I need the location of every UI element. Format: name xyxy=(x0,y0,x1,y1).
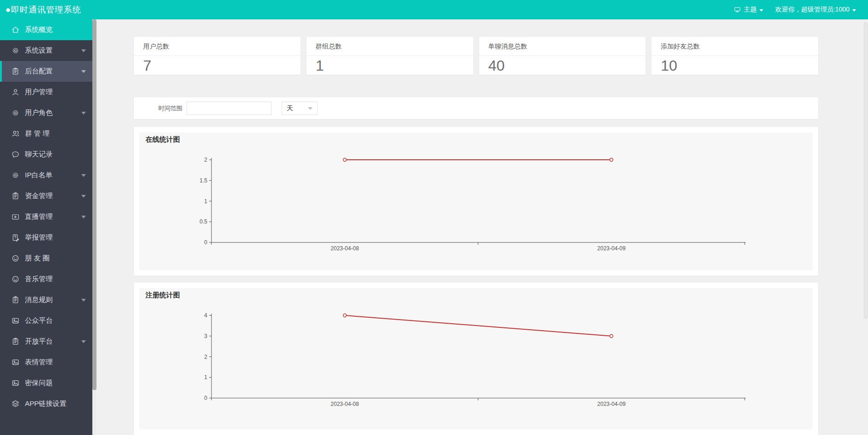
header-right: 主题 欢迎你，超级管理员:1000 xyxy=(734,6,868,14)
gear-icon xyxy=(11,171,20,180)
sidebar-item-label: IP白名单 xyxy=(25,171,52,180)
svg-text:2: 2 xyxy=(204,157,207,163)
svg-text:1: 1 xyxy=(204,198,207,205)
app-title: ●即时通讯管理系统 xyxy=(0,4,81,15)
sidebar-item-8[interactable]: 资金管理 xyxy=(0,186,92,206)
sidebar-item-7[interactable]: IP白名单 xyxy=(0,165,92,186)
sidebar-item-label: 直播管理 xyxy=(25,212,53,221)
layers-icon xyxy=(11,399,20,408)
sidebar-item-label: 系统设置 xyxy=(25,46,53,55)
chevron-down-icon xyxy=(81,112,86,115)
sidebar-item-14[interactable]: 公众平台 xyxy=(0,310,92,331)
chevron-down-icon xyxy=(81,299,86,302)
smiley-icon xyxy=(11,254,20,263)
chat-icon xyxy=(11,150,20,159)
sidebar-item-label: 消息规则 xyxy=(25,296,53,304)
sidebar-item-label: 用户角色 xyxy=(25,109,53,117)
unit-select[interactable]: 天 xyxy=(282,102,318,115)
sidebar-item-9[interactable]: 直播管理 xyxy=(0,206,92,227)
stat-label: 单聊消息总数 xyxy=(479,37,646,56)
sidebar-item-4[interactable]: 用户角色 xyxy=(0,103,92,123)
sidebar-item-10[interactable]: 举报管理 xyxy=(0,227,92,248)
svg-text:2023-04-09: 2023-04-09 xyxy=(597,245,626,252)
sidebar-item-label: 聊天记录 xyxy=(25,150,53,159)
stat-card: 用户总数 7 xyxy=(134,37,301,75)
chevron-down-icon xyxy=(81,216,86,218)
time-range-input[interactable] xyxy=(187,102,271,115)
theme-label: 主题 xyxy=(744,6,757,14)
theme-icon xyxy=(734,6,741,13)
stat-value: 10 xyxy=(651,56,818,74)
report-icon xyxy=(11,233,20,242)
sidebar-item-label: 资金管理 xyxy=(25,192,53,200)
stat-label: 群组总数 xyxy=(307,37,473,56)
sidebar-nav: 系统概览 系统设置 后台配置 用户管理 用户角色 群 管 理 聊天记录 IP白名… xyxy=(0,19,92,414)
time-range-label: 时间范围 xyxy=(158,104,182,113)
stat-label: 用户总数 xyxy=(134,37,301,56)
page-scrollbar-thumb[interactable] xyxy=(864,22,868,319)
svg-text:2023-04-08: 2023-04-08 xyxy=(331,401,359,407)
sidebar-item-label: 群 管 理 xyxy=(25,129,49,138)
sidebar-item-label: 开放平台 xyxy=(25,337,53,346)
svg-text:1.5: 1.5 xyxy=(199,177,207,184)
clipboard-icon xyxy=(11,337,20,346)
svg-text:0.5: 0.5 xyxy=(199,218,207,225)
unit-select-value: 天 xyxy=(287,104,293,113)
sidebar-item-label: 音乐管理 xyxy=(25,275,53,284)
theme-menu[interactable]: 主题 xyxy=(734,6,763,14)
stat-label: 添加好友总数 xyxy=(651,37,818,56)
sidebar-item-5[interactable]: 群 管 理 xyxy=(0,123,92,144)
image-icon xyxy=(11,316,20,325)
online-chart: 在线统计图 00.511.522023-04-082023-04-09 xyxy=(139,133,813,270)
sidebar-item-3[interactable]: 用户管理 xyxy=(0,82,92,103)
sidebar: 系统概览 系统设置 后台配置 用户管理 用户角色 群 管 理 聊天记录 IP白名… xyxy=(0,19,92,435)
sidebar-item-16[interactable]: 表情管理 xyxy=(0,352,92,373)
sidebar-item-18[interactable]: APP链接设置 xyxy=(0,393,92,414)
user-menu[interactable]: 欢迎你，超级管理员:1000 xyxy=(775,6,856,14)
stat-card: 群组总数 1 xyxy=(307,37,473,75)
image-icon xyxy=(11,379,20,387)
sidebar-item-label: 表情管理 xyxy=(25,358,53,367)
users-icon xyxy=(11,129,20,138)
sidebar-item-2[interactable]: 后台配置 xyxy=(0,61,92,82)
chevron-down-icon xyxy=(81,195,86,198)
sidebar-item-label: 后台配置 xyxy=(25,67,53,76)
register-chart: 注册统计图 012342023-04-082023-04-09 xyxy=(139,288,813,429)
svg-text:2023-04-09: 2023-04-09 xyxy=(597,401,626,407)
sidebar-item-13[interactable]: 消息规则 xyxy=(0,290,92,310)
image-icon xyxy=(11,358,20,367)
chevron-down-icon xyxy=(81,174,86,177)
sidebar-item-label: 用户管理 xyxy=(25,88,53,97)
filter-bar: 时间范围 天 xyxy=(134,97,818,119)
chevron-down-icon xyxy=(308,107,313,110)
stat-card: 单聊消息总数 40 xyxy=(479,37,646,75)
sidebar-item-15[interactable]: 开放平台 xyxy=(0,331,92,352)
stat-card: 添加好友总数 10 xyxy=(651,37,818,75)
chevron-down-icon xyxy=(760,9,763,12)
clipboard-icon xyxy=(11,67,20,76)
svg-text:0: 0 xyxy=(204,239,207,246)
gear-icon xyxy=(11,46,20,55)
svg-text:2: 2 xyxy=(204,354,207,360)
sidebar-item-6[interactable]: 聊天记录 xyxy=(0,144,92,165)
sidebar-item-1[interactable]: 系统设置 xyxy=(0,40,92,61)
sidebar-item-11[interactable]: 朋 友 圈 xyxy=(0,248,92,269)
gear-icon xyxy=(11,109,20,117)
sidebar-item-12[interactable]: 音乐管理 xyxy=(0,269,92,290)
clipboard-icon xyxy=(11,296,20,304)
chevron-down-icon xyxy=(852,9,856,12)
svg-text:0: 0 xyxy=(204,395,207,401)
sidebar-item-0[interactable]: 系统概览 xyxy=(0,19,92,40)
stat-value: 7 xyxy=(134,56,301,74)
page-scrollbar[interactable] xyxy=(863,19,868,435)
chevron-down-icon xyxy=(81,49,86,52)
home-icon xyxy=(11,25,20,34)
app-header: ●即时通讯管理系统 主题 欢迎你，超级管理员:1000 xyxy=(0,0,868,19)
sidebar-item-label: 举报管理 xyxy=(25,233,53,242)
smiley-icon xyxy=(11,275,20,284)
sidebar-scrollbar-thumb[interactable] xyxy=(92,19,96,390)
svg-text:4: 4 xyxy=(204,312,207,319)
sidebar-item-17[interactable]: 密保问题 xyxy=(0,373,92,393)
svg-text:3: 3 xyxy=(204,333,207,339)
sidebar-scrollbar[interactable] xyxy=(92,19,96,435)
